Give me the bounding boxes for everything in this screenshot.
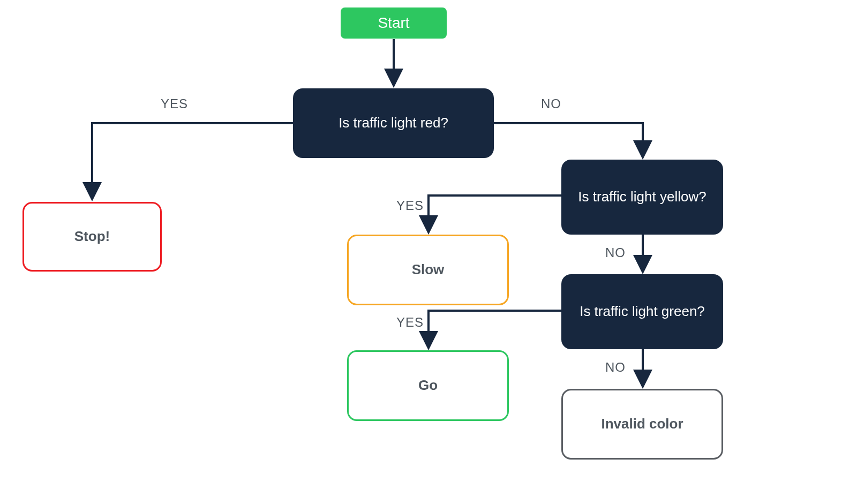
edge-label-green-no: NO (605, 360, 626, 375)
outcome-go-label: Go (418, 377, 438, 394)
edge-label-green-yes: YES (396, 315, 424, 330)
edge-label-yellow-no: NO (605, 245, 626, 260)
outcome-stop: Stop! (22, 202, 162, 272)
decision-green-label: Is traffic light green? (580, 303, 705, 320)
outcome-stop-label: Stop! (74, 228, 110, 245)
outcome-slow-label: Slow (412, 261, 445, 278)
decision-red-label: Is traffic light red? (339, 115, 448, 131)
decision-green: Is traffic light green? (561, 274, 723, 349)
outcome-go: Go (347, 350, 509, 421)
edge-label-red-yes: YES (161, 96, 188, 111)
start-label: Start (378, 14, 409, 32)
edge-label-red-no: NO (541, 96, 561, 111)
outcome-invalid: Invalid color (561, 389, 723, 460)
edge-label-yellow-yes: YES (396, 198, 424, 213)
outcome-slow: Slow (347, 235, 509, 305)
decision-red: Is traffic light red? (293, 88, 494, 158)
decision-yellow: Is traffic light yellow? (561, 160, 723, 235)
start-node: Start (341, 7, 447, 39)
outcome-invalid-label: Invalid color (601, 416, 683, 432)
decision-yellow-label: Is traffic light yellow? (578, 189, 706, 205)
